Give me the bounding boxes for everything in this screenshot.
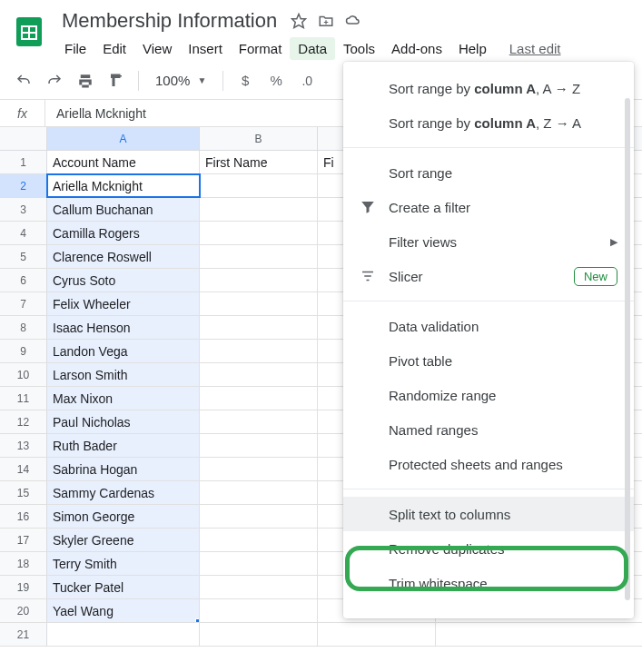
cell[interactable]: Callum Buchanan: [47, 198, 200, 221]
cell[interactable]: Clarence Roswell: [47, 245, 200, 268]
menu-sort-range[interactable]: Sort range: [343, 155, 634, 190]
row-header[interactable]: 3: [0, 198, 47, 221]
menu-tools[interactable]: Tools: [335, 37, 383, 60]
menu-filter-views[interactable]: Filter views ▶: [343, 224, 634, 259]
row-header[interactable]: 21: [0, 623, 47, 646]
col-header-b[interactable]: B: [200, 127, 318, 150]
row-header[interactable]: 6: [0, 269, 47, 292]
menu-data-validation[interactable]: Data validation: [343, 309, 634, 343]
row-header[interactable]: 9: [0, 340, 47, 362]
row-header[interactable]: 8: [0, 316, 47, 339]
menu-help[interactable]: Help: [450, 37, 495, 60]
menu-randomize[interactable]: Randomize range: [343, 378, 634, 412]
move-folder-icon[interactable]: [315, 10, 337, 32]
cell[interactable]: Max Nixon: [47, 387, 200, 410]
menu-trim-whitespace[interactable]: Trim whitespace: [343, 566, 634, 600]
row-header[interactable]: 10: [0, 363, 47, 386]
cell[interactable]: Account Name: [47, 151, 200, 173]
document-title[interactable]: Membership Information: [56, 7, 282, 35]
zoom-select[interactable]: 100%▼: [146, 73, 215, 88]
formula-value[interactable]: Ariella Mcknight: [45, 106, 146, 121]
menu-split-text[interactable]: Split text to columns: [343, 497, 634, 531]
currency-icon[interactable]: $: [231, 68, 260, 94]
menu-addons[interactable]: Add-ons: [383, 37, 450, 60]
row-header[interactable]: 19: [0, 576, 47, 598]
row-header[interactable]: 7: [0, 292, 47, 315]
cell[interactable]: [200, 340, 318, 362]
cell[interactable]: [200, 458, 318, 480]
cell[interactable]: Simon George: [47, 505, 200, 528]
menu-data[interactable]: Data: [290, 37, 335, 60]
cell[interactable]: [200, 576, 318, 598]
cell[interactable]: [200, 552, 318, 575]
row-header[interactable]: 18: [0, 552, 47, 575]
menu-create-filter[interactable]: Create a filter: [343, 190, 634, 224]
menu-named-ranges[interactable]: Named ranges: [343, 412, 634, 447]
cell[interactable]: Yael Wang: [47, 599, 200, 622]
row-header[interactable]: 12: [0, 410, 47, 433]
cell[interactable]: Sammy Cardenas: [47, 481, 200, 504]
print-icon[interactable]: [71, 68, 100, 94]
col-header-a[interactable]: A: [47, 127, 200, 150]
cell[interactable]: [47, 623, 200, 646]
undo-icon[interactable]: [9, 68, 38, 94]
cell[interactable]: [200, 410, 318, 433]
cloud-status-icon[interactable]: [342, 10, 364, 32]
menu-insert[interactable]: Insert: [180, 37, 231, 60]
menu-pivot-table[interactable]: Pivot table: [343, 343, 634, 378]
cell[interactable]: Skyler Greene: [47, 529, 200, 551]
cell[interactable]: [200, 292, 318, 315]
cell[interactable]: [200, 174, 318, 197]
row-header[interactable]: 4: [0, 222, 47, 244]
cell[interactable]: Cyrus Soto: [47, 269, 200, 292]
cell[interactable]: Larson Smith: [47, 363, 200, 386]
row-header[interactable]: 16: [0, 505, 47, 528]
cell[interactable]: [200, 529, 318, 551]
row-header[interactable]: 2: [0, 174, 47, 197]
star-icon[interactable]: [288, 10, 310, 32]
menu-file[interactable]: File: [56, 37, 94, 60]
row-header[interactable]: 1: [0, 151, 47, 173]
row-header[interactable]: 17: [0, 529, 47, 551]
cell[interactable]: Terry Smith: [47, 552, 200, 575]
cell[interactable]: Tucker Patel: [47, 576, 200, 598]
cell[interactable]: First Name: [200, 151, 318, 173]
cell[interactable]: [200, 434, 318, 457]
decimal-icon[interactable]: .0: [292, 68, 321, 94]
row-header[interactable]: 5: [0, 245, 47, 268]
cell[interactable]: [200, 269, 318, 292]
cell[interactable]: Felix Wheeler: [47, 292, 200, 315]
cell[interactable]: [200, 505, 318, 528]
menu-remove-duplicates[interactable]: Remove duplicates: [343, 531, 634, 566]
select-all-corner[interactable]: [0, 127, 47, 150]
cell[interactable]: Isaac Henson: [47, 316, 200, 339]
row-header[interactable]: 11: [0, 387, 47, 410]
cell[interactable]: Sabrina Hogan: [47, 458, 200, 480]
cell[interactable]: Ariella Mcknight: [47, 174, 200, 197]
row-header[interactable]: 20: [0, 599, 47, 622]
sheets-logo[interactable]: [11, 7, 47, 56]
cell[interactable]: [200, 198, 318, 221]
menu-slicer[interactable]: Slicer New: [343, 259, 634, 293]
cell[interactable]: [200, 481, 318, 504]
menu-protected[interactable]: Protected sheets and ranges: [343, 447, 634, 481]
cell[interactable]: [200, 599, 318, 622]
paint-format-icon[interactable]: [102, 68, 131, 94]
menu-sort-za[interactable]: Sort range by column A, Z → A: [343, 105, 634, 140]
menu-edit[interactable]: Edit: [94, 37, 134, 60]
selection-handle[interactable]: [195, 618, 200, 622]
percent-icon[interactable]: %: [262, 68, 291, 94]
redo-icon[interactable]: [40, 68, 69, 94]
row-header[interactable]: 13: [0, 434, 47, 457]
row-header[interactable]: 14: [0, 458, 47, 480]
last-edit-link[interactable]: Last edit: [509, 41, 561, 56]
row-header[interactable]: 15: [0, 481, 47, 504]
cell[interactable]: [200, 623, 318, 646]
menu-sort-az[interactable]: Sort range by column A, A → Z: [343, 71, 634, 105]
cell[interactable]: [200, 387, 318, 410]
menu-view[interactable]: View: [134, 37, 180, 60]
cell[interactable]: [200, 363, 318, 386]
dropdown-scrollbar[interactable]: [625, 98, 630, 600]
menu-format[interactable]: Format: [231, 37, 291, 60]
cell[interactable]: Camilla Rogers: [47, 222, 200, 244]
